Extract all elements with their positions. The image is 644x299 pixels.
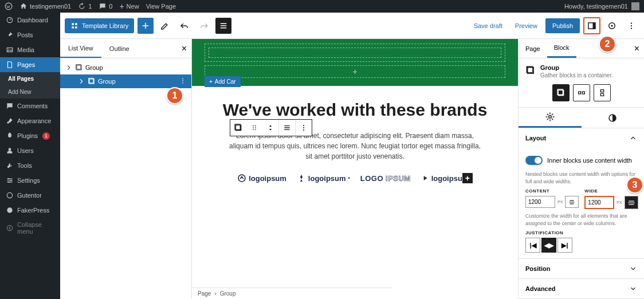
logo-mark-icon [297, 174, 306, 183]
more-vertical-icon [299, 123, 308, 132]
svg-point-10 [7, 207, 12, 213]
add-block-button[interactable] [138, 18, 154, 34]
tab-outline[interactable]: Outline [101, 39, 138, 58]
content-width-toggle[interactable] [525, 156, 543, 165]
justify-center-button[interactable]: ◀▶ [541, 238, 556, 253]
sidebar-subitem-all-pages[interactable]: All Pages [0, 72, 60, 85]
template-library-button[interactable]: Template Library [65, 18, 134, 33]
more-vertical-icon [626, 21, 637, 31]
group-icon [88, 77, 96, 85]
content-width-input[interactable] [525, 196, 555, 208]
block-type-button[interactable] [230, 120, 246, 136]
jetpack-button[interactable] [604, 18, 620, 34]
sidebar-item-users[interactable]: Users [0, 143, 60, 158]
view-page-link[interactable]: View Page [146, 3, 176, 10]
plus-icon [140, 21, 151, 31]
variation-stack-button[interactable] [594, 84, 611, 101]
add-block-slot[interactable]: + [205, 65, 505, 78]
position-section-toggle[interactable]: Position [519, 259, 644, 279]
sidebar-item-media[interactable]: Media [0, 42, 60, 57]
listview-toggle-button[interactable] [215, 18, 231, 34]
comments-count[interactable]: 0 [99, 2, 112, 10]
updates-count[interactable]: 1 [78, 2, 92, 10]
tree-row-group-2[interactable]: Group [60, 74, 191, 88]
site-name[interactable]: testingemen01 [19, 2, 71, 10]
options-button[interactable] [623, 18, 639, 34]
library-icon [70, 22, 78, 30]
sidebar-item-settings[interactable]: Settings [0, 173, 60, 188]
tab-page[interactable]: Page [519, 39, 547, 58]
block-move-buttons[interactable] [262, 120, 278, 136]
subtab-settings[interactable] [519, 108, 582, 128]
sidebar-item-dashboard[interactable]: Dashboard [0, 13, 60, 27]
justify-right-button[interactable]: ▶| [557, 238, 572, 253]
edit-mode-button[interactable] [157, 18, 173, 34]
wide-align-button[interactable] [625, 196, 638, 209]
admin-sidebar: Dashboard Posts Media Pages All Pages Ad… [0, 13, 60, 299]
settings-panel-toggle[interactable] [583, 17, 600, 34]
sidebar-item-plugins[interactable]: Plugins1 [0, 128, 60, 143]
logo-4[interactable]: logoipsu+ [421, 173, 473, 183]
variation-row-button[interactable] [573, 84, 590, 101]
list-icon [218, 21, 229, 31]
block-align-button[interactable] [279, 120, 295, 136]
new-content[interactable]: +New [119, 2, 139, 11]
howdy[interactable]: Howdy, testingemen01 [564, 2, 639, 10]
sidebar-item-fakerpress[interactable]: FakerPress [0, 203, 60, 218]
listview-close-button[interactable]: × [182, 44, 187, 54]
settings-close-button[interactable]: × [634, 44, 639, 54]
svg-point-3 [8, 49, 9, 50]
subtab-styles[interactable] [582, 108, 645, 128]
editor-canvas[interactable]: + +Add Car [192, 39, 518, 299]
align-center-icon [568, 198, 576, 206]
content-width-label: CONTENT [525, 188, 579, 194]
tree-row-group-1[interactable]: Group [60, 61, 191, 74]
undo-button[interactable] [176, 18, 193, 34]
variation-group-button[interactable] [552, 84, 570, 101]
tab-list-view[interactable]: List View [60, 39, 101, 58]
add-logo-button[interactable]: + [462, 173, 473, 183]
svg-point-0 [5, 3, 12, 10]
drag-icon [250, 123, 259, 132]
content-align-button[interactable] [565, 196, 579, 208]
tree-row-options[interactable] [179, 77, 187, 86]
page-icon [6, 61, 14, 69]
logo-2[interactable]: logoipsum• [297, 174, 350, 183]
advanced-section-toggle[interactable]: Advanced [519, 279, 644, 299]
sidebar-item-collapse[interactable]: Collapse menu [0, 218, 60, 238]
svg-point-29 [182, 82, 183, 84]
sidebar-subitem-add-new[interactable]: Add New [0, 85, 60, 99]
svg-point-5 [9, 148, 11, 151]
svg-point-37 [255, 129, 256, 131]
sidebar-item-posts[interactable]: Posts [0, 27, 60, 42]
sidebar-item-pages[interactable]: Pages [0, 57, 60, 72]
sidebar-item-appearance[interactable]: Appearance [0, 113, 60, 128]
publish-button[interactable]: Publish [545, 18, 580, 33]
logo-3[interactable]: LOGOIPSUM [360, 174, 411, 183]
redo-button[interactable] [196, 18, 212, 34]
brands-heading[interactable]: We've worked with these brands [215, 100, 495, 120]
svg-point-41 [238, 175, 245, 182]
add-card-button[interactable]: +Add Car [205, 76, 241, 87]
svg-point-38 [303, 125, 304, 126]
tab-block[interactable]: Block [547, 39, 576, 58]
block-options-button[interactable] [296, 120, 312, 136]
layout-section-toggle[interactable]: Layout [519, 128, 644, 148]
save-draft-link[interactable]: Save draft [469, 20, 507, 32]
brands-section[interactable]: We've worked with these brands Lorem ips… [192, 86, 518, 206]
styles-icon [607, 113, 618, 123]
preview-link[interactable]: Preview [511, 20, 542, 32]
wp-logo-icon[interactable] [5, 2, 13, 10]
breadcrumb-item[interactable]: Group [220, 290, 236, 297]
sidebar-item-comments[interactable]: Comments [0, 99, 60, 113]
sidebar-item-gutentor[interactable]: Gutentor [0, 188, 60, 203]
sidebar-item-tools[interactable]: Tools [0, 158, 60, 173]
logo-1[interactable]: logoipsum [237, 174, 286, 183]
group-icon [234, 123, 243, 132]
justify-left-button[interactable]: |◀ [525, 238, 540, 253]
block-drag-handle[interactable] [246, 120, 262, 136]
hero-block[interactable]: + +Add Car [192, 39, 518, 86]
wide-width-input[interactable] [584, 196, 614, 209]
breadcrumb-item[interactable]: Page [198, 290, 211, 297]
svg-point-6 [8, 178, 9, 179]
